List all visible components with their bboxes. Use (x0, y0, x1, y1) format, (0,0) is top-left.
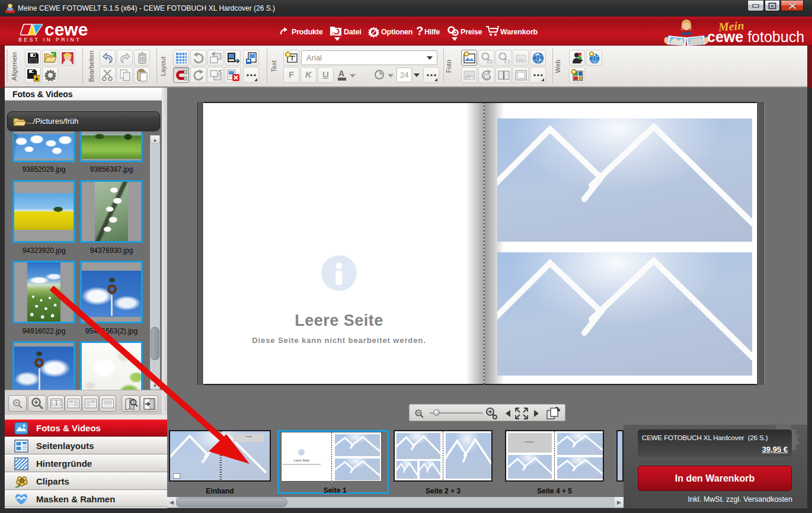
svg-text:z: z (539, 57, 541, 62)
